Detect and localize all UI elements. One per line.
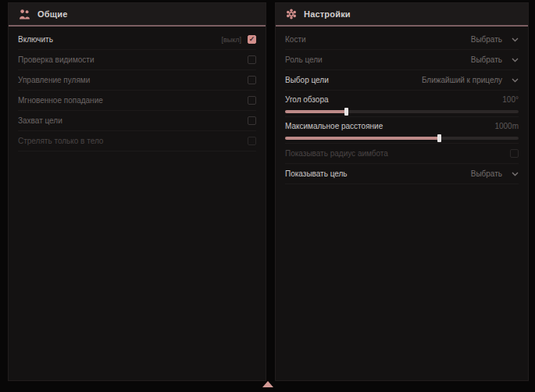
setting-control xyxy=(248,116,256,125)
setting-row: Показывать цельВыбрать xyxy=(285,164,519,184)
setting-label: Роль цели xyxy=(285,55,323,64)
chevron-down-icon xyxy=(512,37,519,42)
dropdown-value: Выбрать xyxy=(471,169,502,178)
setting-control: Выбрать xyxy=(471,55,519,64)
setting-label: Управление пулями xyxy=(18,76,90,84)
setting-row: Выбор целиБлижайший к прицелу xyxy=(285,70,519,91)
setting-label: Показывать цель xyxy=(285,169,348,178)
slider[interactable] xyxy=(285,137,519,140)
panel-settings: Настройки КостиВыбратьРоль целиВыбратьВы… xyxy=(275,2,529,381)
slider-label-line: Максимальное расстояние1000m xyxy=(285,119,519,133)
setting-control: Выбрать xyxy=(471,169,519,178)
panel-settings-header: Настройки xyxy=(276,3,528,27)
slider-thumb[interactable] xyxy=(344,108,348,116)
panel-general-header: Общие xyxy=(9,3,266,27)
checkbox[interactable] xyxy=(248,35,256,44)
setting-label: Угол обзора xyxy=(285,95,329,104)
slider-label-line: Угол обзора100° xyxy=(285,93,519,106)
cursor-triangle-icon xyxy=(262,381,273,387)
dropdown[interactable]: Выбрать xyxy=(471,55,519,64)
setting-row: Мгновенное попадание xyxy=(18,91,256,111)
dropdown[interactable]: Ближайший к прицелу xyxy=(422,76,519,84)
setting-row: Угол обзора100° xyxy=(285,91,519,117)
panel-general-rows: Включить[выкл]Проверка видимостиУправлен… xyxy=(9,27,266,151)
panel-general: Общие Включить[выкл]Проверка видимостиУп… xyxy=(8,2,266,381)
chevron-down-icon xyxy=(512,78,519,83)
setting-control: Ближайший к прицелу xyxy=(422,76,519,84)
dropdown-value: Выбрать xyxy=(471,35,502,44)
panel-title: Общие xyxy=(37,9,68,19)
setting-row: Стрелять только в тело xyxy=(18,131,256,151)
setting-row: Захват цели xyxy=(18,111,256,131)
setting-label: Захват цели xyxy=(18,116,62,125)
setting-label: Мгновенное попадание xyxy=(18,96,103,105)
setting-label: Максимальное расстояние xyxy=(285,122,383,130)
slider-thumb[interactable] xyxy=(437,134,441,142)
slider-fill xyxy=(285,137,439,140)
slider-value: 100° xyxy=(502,95,519,104)
setting-row: КостиВыбрать xyxy=(285,30,519,50)
setting-label: Кости xyxy=(285,35,306,44)
slider-fill xyxy=(285,110,346,113)
checkbox[interactable] xyxy=(248,55,256,64)
setting-label: Включить xyxy=(18,35,53,44)
setting-control xyxy=(248,76,256,84)
setting-label: Показывать радиус аимбота xyxy=(285,149,388,158)
dropdown-value: Выбрать xyxy=(471,55,502,64)
setting-row: Роль целиВыбрать xyxy=(285,50,519,70)
keybind-label: [выкл] xyxy=(221,36,241,44)
checkbox[interactable] xyxy=(248,116,256,125)
checkbox[interactable] xyxy=(248,76,256,84)
setting-row: Максимальное расстояние1000m xyxy=(285,117,519,144)
checkbox[interactable] xyxy=(248,96,256,105)
dropdown-value: Ближайший к прицелу xyxy=(422,76,502,84)
setting-control xyxy=(248,137,256,145)
setting-label: Проверка видимости xyxy=(18,55,95,64)
dropdown[interactable]: Выбрать xyxy=(471,35,519,44)
setting-control: Выбрать xyxy=(471,35,519,44)
setting-control xyxy=(510,149,519,158)
slider-value: 1000m xyxy=(494,122,519,130)
checkbox[interactable] xyxy=(248,137,256,145)
checkbox[interactable] xyxy=(510,149,519,158)
setting-row: Показывать радиус аимбота xyxy=(285,144,519,164)
setting-control xyxy=(248,55,256,64)
setting-control xyxy=(248,96,256,105)
gear-icon xyxy=(286,9,297,20)
slider[interactable] xyxy=(285,110,519,113)
setting-row: Проверка видимости xyxy=(18,50,256,70)
setting-control: [выкл] xyxy=(221,35,256,44)
users-icon xyxy=(19,9,30,20)
chevron-down-icon xyxy=(512,58,519,62)
setting-label: Стрелять только в тело xyxy=(18,137,103,145)
dropdown[interactable]: Выбрать xyxy=(471,169,519,178)
chevron-down-icon xyxy=(512,172,519,176)
setting-row: Управление пулями xyxy=(18,70,256,91)
panel-settings-rows: КостиВыбратьРоль целиВыбратьВыбор целиБл… xyxy=(276,27,528,184)
setting-row: Включить[выкл] xyxy=(18,30,256,50)
panel-title: Настройки xyxy=(304,9,351,19)
setting-label: Выбор цели xyxy=(285,76,329,84)
